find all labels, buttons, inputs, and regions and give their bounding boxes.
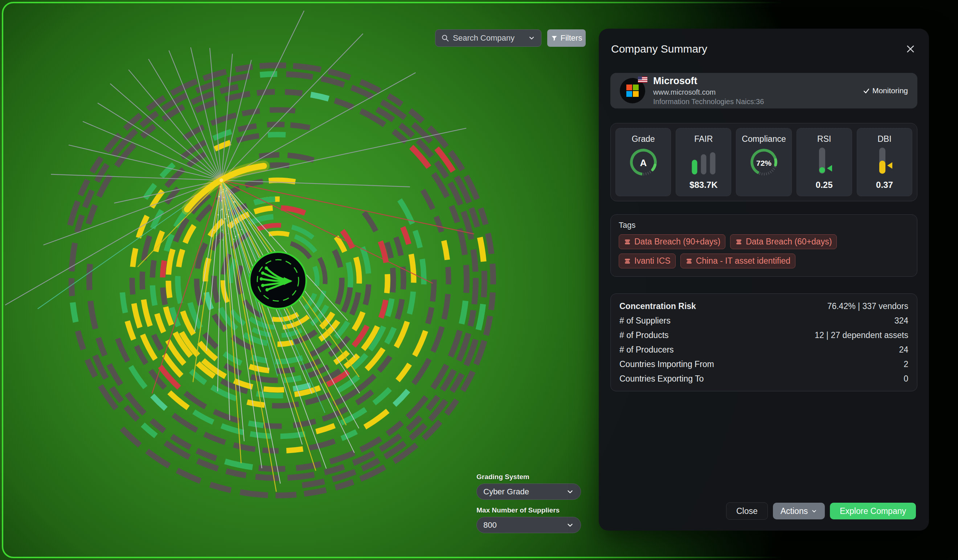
stat-value: 0 [904,374,908,384]
stat-label: # of Products [619,331,669,340]
chevron-down-icon [528,35,535,42]
metric-value: 0.25 [816,180,833,191]
filter-funnel-icon [551,35,558,42]
risk-tag[interactable]: Data Breach (90+days) [619,234,725,249]
monitoring-badge: Monitoring [863,86,908,95]
panel-footer: Close Actions Explore Company [726,502,916,520]
stack-icon [685,258,693,265]
metric-label: Grade [632,134,655,144]
chevron-down-icon [566,488,574,496]
max-suppliers-select[interactable]: 800 [476,517,581,533]
tag-label: Data Breach (90+days) [634,237,720,247]
stack-icon [735,238,742,245]
close-icon[interactable] [904,43,917,55]
stat-label: Concentration Risk [619,301,696,311]
metric-label: FAIR [694,134,713,144]
stat-value: 2 [904,359,908,369]
stat-label: Countries Exporting To [619,374,704,384]
metric-card-rsi[interactable]: RSI0.25 [796,128,852,196]
microsoft-logo-icon [626,84,639,97]
tags-title: Tags [619,220,909,230]
stat-row: # of Suppliers324 [619,313,908,328]
fair-indicator [686,144,721,180]
tag-label: Data Breach (60+days) [746,237,832,247]
stat-value: 76.42% | 337 vendors [827,301,908,311]
max-suppliers-value: 800 [483,520,497,530]
metric-label: RSI [817,134,831,144]
metric-card-fair[interactable]: FAIR$83.7K [676,128,731,196]
stack-icon [624,238,631,245]
company-url: www.microsoft.com [653,88,764,96]
grading-system-value: Cyber Grade [483,487,529,497]
search-icon [441,34,449,42]
grading-system-label: Grading System [476,473,581,481]
stat-value: 24 [899,345,908,355]
tags-section: Tags Data Breach (90+days)Data Breach (6… [611,214,917,277]
dbi-indicator [867,144,902,180]
explore-company-button[interactable]: Explore Company [830,503,916,519]
filters-label: Filters [561,33,582,43]
monitoring-label: Monitoring [872,86,908,95]
compliance-indicator: 72% [747,144,781,180]
actions-label: Actions [780,506,808,516]
stat-row: Concentration Risk76.42% | 337 vendors [619,299,908,313]
company-name: Microsoft [653,76,764,87]
risk-tag[interactable]: Data Breach (60+days) [730,234,837,249]
grade-indicator: A [626,144,661,180]
stat-row: Countries Importing From2 [619,357,908,372]
stat-label: # of Suppliers [619,316,671,326]
metric-card-dbi[interactable]: DBI0.37 [857,128,912,196]
tag-label: Ivanti ICS [634,256,671,266]
metric-card-compliance[interactable]: Compliance72% [736,128,791,196]
stack-icon [624,258,631,265]
stat-label: Countries Importing From [619,359,714,369]
close-button[interactable]: Close [726,502,768,520]
company-industry: Information Technologies Naics:36 [653,98,764,106]
metrics-row: GradeAFAIR$83.7KCompliance72%RSI0.25DBI0… [611,123,917,201]
stat-row: # of Producers24 [619,342,908,357]
stat-value: 324 [895,316,908,326]
center-company-logo[interactable] [250,252,306,308]
actions-button[interactable]: Actions [773,503,825,519]
check-icon [863,87,870,94]
metric-label: DBI [877,134,891,144]
graph-controls: Grading System Cyber Grade Max Number of… [476,473,581,540]
us-flag-icon [638,76,647,83]
metric-label: Compliance [742,134,786,144]
search-placeholder: Search Company [453,33,524,43]
stat-row: # of Products12 | 27 dependent assets [619,328,908,342]
stat-label: # of Producers [619,345,674,355]
tag-label: China - IT asset identified [696,256,790,266]
app-canvas: Search Company Filters Grading System Cy… [0,0,958,560]
metric-card-grade[interactable]: GradeA [615,128,671,196]
company-header-card[interactable]: Microsoft www.microsoft.com Information … [611,73,917,108]
metric-value: 0.37 [876,180,893,191]
max-suppliers-label: Max Number of Suppliers [476,506,581,514]
grading-system-select[interactable]: Cyber Grade [476,484,581,500]
company-search-dropdown[interactable]: Search Company [435,29,541,47]
chevron-down-icon [566,521,574,529]
risk-tag[interactable]: Ivanti ICS [619,253,676,268]
stats-section: Concentration Risk76.42% | 337 vendors# … [611,293,917,391]
stat-value: 12 | 27 dependent assets [815,331,908,340]
chevron-down-icon [811,508,817,514]
rsi-indicator [807,144,842,180]
stat-row: Countries Exporting To0 [619,372,908,386]
svg-text:72%: 72% [756,158,771,167]
panel-title: Company Summary [611,43,707,55]
filters-button[interactable]: Filters [547,29,586,47]
metric-value: $83.7K [690,180,717,191]
risk-tag[interactable]: China - IT asset identified [680,253,795,268]
company-summary-panel: Company Summary [599,28,929,531]
svg-text:A: A [640,157,647,168]
